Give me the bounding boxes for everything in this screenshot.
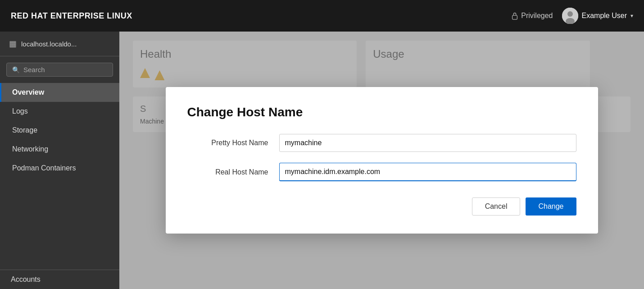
real-host-name-input[interactable] bbox=[279, 163, 576, 181]
sidebar: ▦ localhost.localdo... 🔍 Overview Logs S… bbox=[0, 32, 119, 289]
avatar-icon bbox=[562, 8, 578, 24]
pretty-host-name-label: Pretty Host Name bbox=[187, 139, 268, 147]
search-input[interactable] bbox=[23, 66, 107, 73]
pretty-host-name-row: Pretty Host Name bbox=[187, 134, 576, 152]
topbar: RED HAT ENTERPRISE LINUX Privileged Exam… bbox=[0, 0, 644, 32]
sidebar-accounts-label: Accounts bbox=[11, 275, 41, 283]
modal-overlay: Change Host Name Pretty Host Name Real H… bbox=[119, 32, 644, 289]
sidebar-item-label: Networking bbox=[12, 145, 48, 153]
real-host-name-label: Real Host Name bbox=[187, 168, 268, 176]
privileged-badge: Privileged bbox=[511, 12, 553, 20]
lock-icon bbox=[511, 12, 518, 20]
layout: ▦ localhost.localdo... 🔍 Overview Logs S… bbox=[0, 32, 644, 289]
search-bar[interactable]: 🔍 bbox=[6, 63, 113, 77]
main-content: Health Usage S Machine ID 9fa031b4e58948… bbox=[119, 32, 644, 289]
change-hostname-modal: Change Host Name Pretty Host Name Real H… bbox=[166, 87, 598, 234]
sidebar-item-label: Storage bbox=[12, 126, 37, 134]
svg-point-2 bbox=[567, 11, 573, 17]
sidebar-item-label: Logs bbox=[12, 107, 28, 115]
hostname-label: localhost.localdo... bbox=[21, 40, 77, 48]
topbar-right: Privileged Example User ▾ bbox=[511, 8, 633, 24]
sidebar-item-accounts[interactable]: Accounts bbox=[0, 270, 119, 289]
change-button[interactable]: Change bbox=[526, 197, 576, 216]
pretty-host-name-input[interactable] bbox=[279, 134, 576, 152]
sidebar-item-storage[interactable]: Storage bbox=[0, 121, 119, 140]
avatar bbox=[562, 8, 578, 24]
privileged-label: Privileged bbox=[521, 12, 553, 20]
chevron-down-icon: ▾ bbox=[630, 13, 633, 19]
server-icon: ▦ bbox=[9, 39, 17, 49]
user-menu[interactable]: Example User ▾ bbox=[562, 8, 633, 24]
app-title: RED HAT ENTERPRISE LINUX bbox=[11, 11, 132, 21]
sidebar-item-label: Podman Containers bbox=[12, 164, 76, 172]
modal-actions: Cancel Change bbox=[187, 197, 576, 216]
sidebar-item-logs[interactable]: Logs bbox=[0, 102, 119, 121]
real-host-name-row: Real Host Name bbox=[187, 163, 576, 181]
sidebar-item-networking[interactable]: Networking bbox=[0, 140, 119, 159]
modal-title: Change Host Name bbox=[187, 105, 576, 119]
sidebar-item-overview[interactable]: Overview bbox=[0, 83, 119, 102]
sidebar-item-label: Overview bbox=[12, 88, 44, 96]
sidebar-hostname: ▦ localhost.localdo... bbox=[0, 32, 119, 56]
svg-rect-0 bbox=[512, 15, 517, 19]
cancel-button[interactable]: Cancel bbox=[472, 197, 521, 216]
nav-items: Overview Logs Storage Networking Podman … bbox=[0, 83, 119, 270]
sidebar-item-podman-containers[interactable]: Podman Containers bbox=[0, 159, 119, 178]
user-label: Example User bbox=[582, 12, 627, 20]
search-icon: 🔍 bbox=[12, 66, 20, 73]
